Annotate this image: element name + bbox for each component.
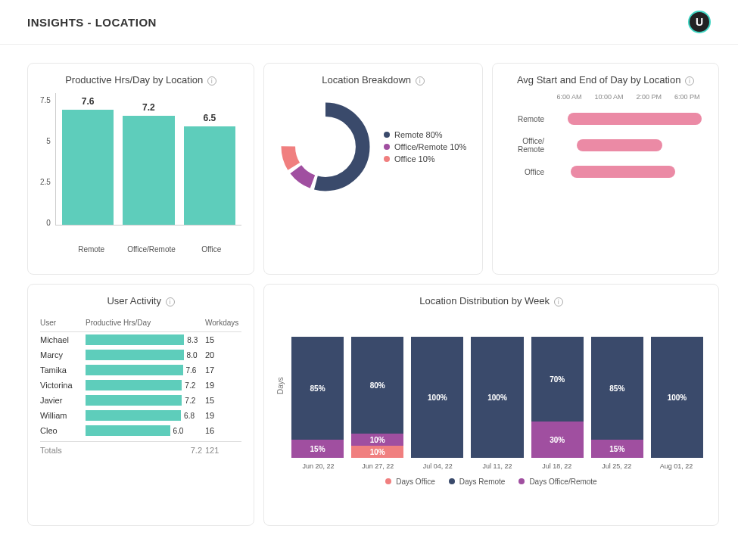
table-body: Michael8.315Marcy8.020Tamika7.617Victori… bbox=[40, 332, 241, 438]
timeline-bar bbox=[577, 139, 662, 151]
card-title: Location Breakdown i bbox=[276, 74, 470, 86]
x-label: Jun 20, 22 bbox=[288, 462, 348, 470]
legend-dot bbox=[449, 478, 455, 484]
seg-remote: 100% bbox=[651, 337, 703, 458]
user-name: Javier bbox=[40, 396, 86, 405]
seg-remote: 85% bbox=[591, 337, 643, 440]
x-label: Aug 01, 22 bbox=[646, 462, 706, 470]
x-label: Jul 18, 22 bbox=[527, 462, 587, 470]
user-bar-cell: 6.0 bbox=[86, 425, 205, 436]
user-hrs: 6.0 bbox=[170, 427, 195, 435]
user-bar-cell: 8.0 bbox=[86, 350, 205, 360]
legend-dot bbox=[384, 144, 390, 150]
stacked-x-labels: Jun 20, 22Jun 27, 22Jul 04, 22Jul 11, 22… bbox=[288, 458, 706, 470]
stacked-column: 30%70% bbox=[531, 337, 584, 458]
table-header: User Productive Hrs/Day Workdays bbox=[40, 314, 241, 332]
bar bbox=[62, 110, 114, 225]
timeline-label: Remote bbox=[505, 115, 550, 123]
stacked-bars: 15%85%10%10%80%100%100%30%70%15%85%100% bbox=[288, 314, 706, 458]
user-name: Michael bbox=[40, 335, 86, 344]
legend-dot bbox=[518, 478, 525, 484]
card-location-breakdown: Location Breakdown i Remote 80% Office/R… bbox=[263, 63, 483, 275]
legend-dot bbox=[384, 156, 390, 162]
stacked-column: 10%10%80% bbox=[351, 337, 403, 458]
user-days: 17 bbox=[205, 366, 241, 375]
seg-remote: 70% bbox=[531, 337, 584, 422]
timeline-track bbox=[550, 166, 706, 178]
timeline-track bbox=[550, 139, 706, 151]
user-hrs: 7.2 bbox=[182, 397, 205, 405]
user-bar-cell: 7.2 bbox=[86, 380, 205, 390]
info-icon[interactable]: i bbox=[166, 297, 175, 306]
stacked-chart: Days 15%85%10%10%80%100%100%30%70%15%85%… bbox=[276, 314, 706, 458]
user-days: 15 bbox=[205, 396, 241, 405]
table-row: Marcy8.020 bbox=[40, 347, 241, 362]
card-productive-hrs: Productive Hrs/Day by Location i 7.5 5 2… bbox=[27, 63, 254, 275]
info-icon[interactable]: i bbox=[685, 76, 694, 86]
user-days: 19 bbox=[205, 381, 241, 390]
bar-label: Remote bbox=[61, 245, 121, 254]
timeline-label: Office bbox=[505, 168, 550, 176]
x-label: Jul 04, 22 bbox=[408, 462, 468, 470]
card-title: Location Distribution by Week i bbox=[276, 295, 706, 306]
time-axis: 6:00 AM 10:00 AM 2:00 PM 6:00 PM bbox=[550, 93, 706, 101]
user-days: 15 bbox=[205, 335, 241, 344]
seg-remote: 100% bbox=[471, 337, 523, 458]
user-bar bbox=[86, 350, 184, 360]
stacked-column: 100% bbox=[471, 337, 523, 458]
legend-item: Office/Remote 10% bbox=[384, 142, 466, 151]
y-axis: 7.5 5 2.5 0 bbox=[40, 93, 55, 241]
user-bar bbox=[86, 365, 183, 375]
bar-value: 6.5 bbox=[203, 113, 216, 123]
stacked-legend: Days Office Days Remote Days Office/Remo… bbox=[276, 478, 706, 486]
table-row: Victorina7.219 bbox=[40, 378, 241, 393]
user-bar-cell: 7.6 bbox=[86, 365, 205, 375]
avatar[interactable]: U bbox=[688, 11, 711, 33]
timeline-row: Office/ Remote bbox=[505, 137, 706, 154]
timeline-bar bbox=[568, 113, 702, 125]
timeline-row: Office bbox=[505, 166, 706, 178]
info-icon[interactable]: i bbox=[416, 76, 425, 86]
user-hrs: 6.8 bbox=[181, 412, 205, 420]
donut-svg bbox=[276, 98, 375, 196]
table-row: Michael8.315 bbox=[40, 332, 241, 347]
seg-office: 10% bbox=[351, 446, 403, 458]
seg-mixed: 15% bbox=[291, 440, 344, 458]
card-title: Productive Hrs/Day by Location i bbox=[40, 74, 241, 86]
bar-label: Office bbox=[182, 245, 241, 254]
user-days: 16 bbox=[205, 426, 241, 435]
stacked-column: 100% bbox=[411, 337, 463, 458]
seg-mixed: 10% bbox=[351, 434, 403, 446]
donut-chart: Remote 80% Office/Remote 10% Office 10% bbox=[276, 98, 470, 196]
table-row: Javier7.215 bbox=[40, 393, 241, 408]
legend-item: Remote 80% bbox=[384, 130, 466, 139]
stacked-column: 15%85% bbox=[591, 337, 643, 458]
info-icon[interactable]: i bbox=[207, 76, 216, 86]
stacked-column: 100% bbox=[651, 337, 703, 458]
legend-item: Days Office bbox=[385, 478, 435, 486]
bar-value: 7.6 bbox=[82, 96, 95, 107]
timeline-track bbox=[550, 113, 706, 125]
x-label: Jun 27, 22 bbox=[348, 462, 408, 470]
bar-column: 7.6 bbox=[62, 93, 114, 225]
user-bar bbox=[86, 334, 184, 345]
x-label: Jul 25, 22 bbox=[587, 462, 646, 470]
legend-dot bbox=[384, 132, 390, 138]
user-name: Tamika bbox=[40, 366, 86, 375]
page-title: INSIGHTS - LOCATION bbox=[27, 16, 157, 29]
seg-mixed: 15% bbox=[591, 440, 643, 458]
y-axis-label: Days bbox=[276, 314, 288, 458]
user-bar-cell: 7.2 bbox=[86, 395, 205, 406]
user-bar-cell: 8.3 bbox=[86, 334, 205, 345]
dashboard-grid: Productive Hrs/Day by Location i 7.5 5 2… bbox=[0, 45, 738, 544]
user-name: Marcy bbox=[40, 350, 86, 359]
legend-item: Office 10% bbox=[384, 154, 466, 163]
info-icon[interactable]: i bbox=[554, 297, 563, 306]
card-title: Avg Start and End of Day by Location i bbox=[505, 74, 706, 86]
user-bar-cell: 6.8 bbox=[86, 410, 205, 421]
user-bar bbox=[86, 395, 182, 406]
donut-legend: Remote 80% Office/Remote 10% Office 10% bbox=[384, 127, 466, 166]
bar-column: 7.2 bbox=[123, 93, 174, 225]
timeline-rows: RemoteOffice/ RemoteOffice bbox=[505, 113, 706, 178]
bar-label: Office/Remote bbox=[121, 245, 181, 254]
